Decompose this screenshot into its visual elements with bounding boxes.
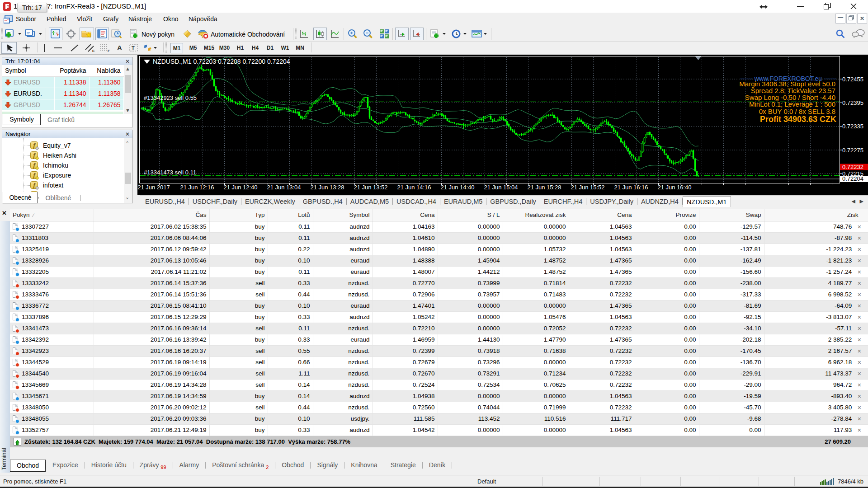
svg-text:21 Jun 13:04: 21 Jun 13:04 [267,184,301,191]
svg-text:21 Jun 15:04: 21 Jun 15:04 [484,184,518,191]
svg-text:21 Jun 13:28: 21 Jun 13:28 [310,184,344,191]
svg-text:21 Jun 16:40: 21 Jun 16:40 [657,184,691,191]
svg-text:0.72395: 0.72395 [842,99,863,106]
svg-text:0.72455: 0.72455 [842,76,863,83]
svg-text:0.72335: 0.72335 [842,123,863,130]
svg-text:NZDUSD.,M1 0.72203 0.72208 0.: NZDUSD.,M1 0.72203 0.72208 0.72200 0.722… [153,58,290,65]
svg-text:21 Jun 14:16: 21 Jun 14:16 [397,184,431,191]
svg-text:T: T [132,45,135,51]
svg-text:F: F [108,49,110,53]
svg-text:Profit 34903.63 CZK: Profit 34903.63 CZK [760,115,836,124]
svg-text:21 Jun 12:16: 21 Jun 12:16 [180,184,214,191]
svg-text:A: A [117,44,122,52]
svg-text:MinLot 0.1; Leverage 1 : 500: MinLot 0.1; Leverage 1 : 500 [749,100,835,108]
svg-text:21 Jun 14:40: 21 Jun 14:40 [440,184,474,191]
svg-text:#13341473 sell 0.11: #13341473 sell 0.11 [144,169,196,176]
svg-text:E: E [92,49,95,53]
svg-text:21 Jun 15:52: 21 Jun 15:52 [571,184,604,191]
svg-text:21 Jun 12:40: 21 Jun 12:40 [223,184,257,191]
svg-text:21 Jun 2017: 21 Jun 2017 [137,184,170,191]
svg-text:0.72275: 0.72275 [842,147,863,154]
svg-text:#13342923 sell 0.55: #13342923 sell 0.55 [144,94,197,101]
svg-text:21 Jun 16:16: 21 Jun 16:16 [614,184,648,191]
svg-text:21 Jun 15:28: 21 Jun 15:28 [527,184,561,191]
svg-text:0x BUY 0.0 / 8x SELL 3.8: 0x BUY 0.0 / 8x SELL 3.8 [759,108,835,115]
svg-text:0.72232: 0.72232 [842,164,863,170]
svg-text:21 Jun 13:52: 21 Jun 13:52 [354,184,387,191]
svg-text:0.72204: 0.72204 [842,175,863,182]
